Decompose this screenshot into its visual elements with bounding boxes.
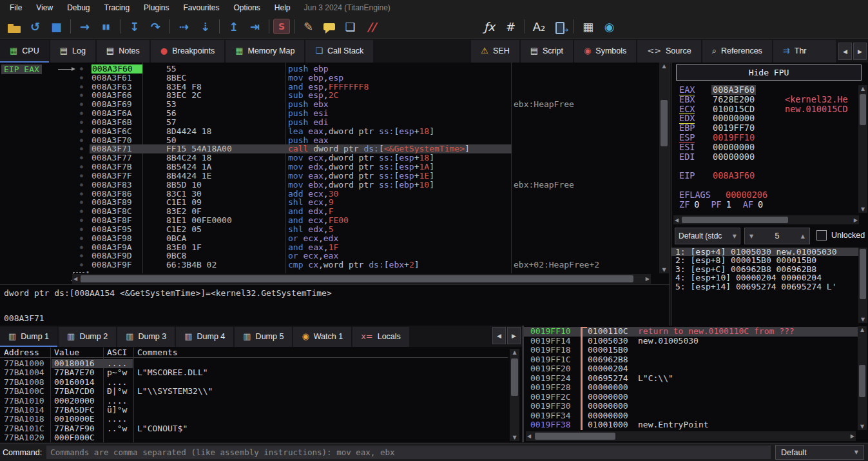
- disasm-row[interactable]: ●008A3F8683C1 30add ecx,30: [0, 190, 657, 199]
- argument-row[interactable]: 1: [esp+4] 01005030 new.01005030: [671, 248, 858, 256]
- disassembly-horizontal-scrollbar[interactable]: ◀ ▶: [72, 274, 651, 284]
- tab-dump-1[interactable]: ▥Dump 1: [0, 327, 57, 347]
- disasm-row[interactable]: ●008A3F9D0BC8or ecx,eax: [0, 251, 657, 260]
- dump-row[interactable]: 77BA100C77BA7CD0Ð|°wL"\\SYSTEM32\\": [0, 387, 508, 396]
- disasm-row[interactable]: ●008A3F8C83E2 0Fand edx,F: [0, 207, 657, 216]
- menu-plugins[interactable]: Plugins: [137, 3, 176, 12]
- stack-row[interactable]: 0019FF1401005030new.01005030: [524, 337, 865, 346]
- tab-scroll-right-button[interactable]: ▶: [507, 327, 521, 344]
- disasm-row[interactable]: ●008A3F6B57push edi: [0, 118, 657, 127]
- args-count-spinner[interactable]: ▼ 5 ▲: [744, 228, 810, 244]
- step-over-button[interactable]: ↷: [146, 18, 166, 35]
- scroll-up-icon[interactable]: ▲: [858, 327, 867, 333]
- stack-row[interactable]: 0019FF18000015B0: [524, 346, 865, 355]
- breakpoint-dot[interactable]: ●: [80, 153, 83, 162]
- tab-log[interactable]: ▤Log: [50, 40, 95, 63]
- run-button[interactable]: →: [75, 18, 95, 35]
- calling-convention-select[interactable]: Default (stdc ▼: [675, 228, 740, 244]
- trace-into-button[interactable]: ⇢: [174, 18, 194, 35]
- breakpoint-dot[interactable]: ●: [80, 109, 83, 118]
- tab-script[interactable]: ▤Script: [521, 40, 573, 63]
- open-file-button[interactable]: [5, 18, 24, 35]
- registers-vertical-scrollbar[interactable]: ▲ ▼: [858, 85, 867, 213]
- disasm-row[interactable]: ●008A3F6383E4 F8and esp,FFFFFFF8: [0, 83, 657, 92]
- execute-till-return-button[interactable]: ↥: [224, 18, 244, 35]
- hash-button[interactable]: #: [501, 18, 521, 35]
- scroll-up-icon[interactable]: ▲: [858, 86, 867, 92]
- tab-threads[interactable]: ⇉Thr: [773, 40, 836, 63]
- menu-debug[interactable]: Debug: [60, 3, 97, 12]
- disasm-row[interactable]: ●008A3F9F66:3B4B 02cmp cx,word ptr ds:[e…: [0, 260, 657, 270]
- calculator-button[interactable]: ▦: [578, 18, 598, 35]
- scroll-right-icon[interactable]: ▶: [851, 433, 854, 439]
- tab-memory-map[interactable]: ▦Memory Map: [226, 40, 304, 63]
- disasm-row[interactable]: ●008A3F6953push ebxebx:HeapFree: [0, 100, 657, 109]
- scroll-right-icon[interactable]: ▶: [646, 276, 650, 282]
- tab-source[interactable]: <>Source: [637, 40, 700, 63]
- dump-row[interactable]: 77BA10180010000E....: [0, 415, 508, 424]
- trace-over-button[interactable]: ⇣: [195, 18, 215, 35]
- tab-call-stack[interactable]: ❏Call Stack: [305, 40, 373, 63]
- scroll-down-icon[interactable]: ▼: [858, 317, 867, 322]
- arguments-vertical-scrollbar[interactable]: ▼: [858, 248, 867, 323]
- scrollbar-thumb[interactable]: [81, 275, 633, 282]
- breakpoint-dot[interactable]: ●: [80, 91, 83, 100]
- breakpoint-dot[interactable]: ●: [80, 234, 83, 243]
- disasm-row[interactable]: ●008A3F618BECmov ebp,esp: [0, 74, 657, 83]
- unlocked-checkbox[interactable]: [816, 230, 827, 240]
- dump-row[interactable]: 77BA101477BA5DFCü]°w: [0, 406, 508, 415]
- spinner-up-icon[interactable]: ▲: [801, 233, 805, 239]
- breakpoint-dot[interactable]: ●: [80, 225, 83, 234]
- pause-button[interactable]: ▮▮: [96, 18, 116, 35]
- spinner-down-icon[interactable]: ▼: [749, 233, 753, 239]
- scroll-left-icon[interactable]: ◀: [527, 433, 531, 439]
- dump-row[interactable]: 77BA1020000F000C: [0, 433, 508, 442]
- disasm-row[interactable]: ●008A3F7F8B4424 1Emov eax,dword ptr ss:[…: [0, 172, 657, 181]
- scroll-down-icon[interactable]: ▼: [659, 267, 669, 273]
- breakpoint-dot[interactable]: ●: [80, 216, 83, 225]
- globe-button[interactable]: ◉: [599, 18, 619, 35]
- stack-row[interactable]: 0019FF2800000000: [524, 383, 865, 393]
- tab-notes[interactable]: ▤Notes: [97, 40, 149, 63]
- register-row[interactable]: EIP008A3F60: [671, 171, 860, 181]
- breakpoint-dot[interactable]: ●: [80, 83, 83, 92]
- breakpoint-dot[interactable]: ●: [80, 64, 83, 74]
- dump-row[interactable]: 77BA100800160014....: [0, 378, 508, 387]
- breakpoint-dot[interactable]: ●: [80, 162, 83, 172]
- breakpoint-dot[interactable]: ●: [80, 100, 83, 109]
- breakpoint-dot[interactable]: ●: [80, 74, 83, 83]
- scroll-up-icon[interactable]: ▲: [659, 63, 669, 69]
- disasm-row[interactable]: ●008A3F838B5D 10mov ebx,dword ptr ss:[eb…: [0, 181, 657, 190]
- dump-column-header[interactable]: Comments: [137, 348, 178, 357]
- tab-dump-2[interactable]: ▥Dump 2: [59, 327, 116, 347]
- dump-row[interactable]: 77BA100000180016....: [0, 359, 508, 368]
- tab-watch-1[interactable]: ◉Watch 1: [293, 327, 351, 347]
- disasm-row[interactable]: ●008A3F89C1E1 09shl ecx,9: [0, 198, 657, 207]
- stack-row[interactable]: 0019FF1C006962B8: [524, 355, 865, 365]
- tab-scroll-left-button[interactable]: ◀: [838, 43, 852, 60]
- scroll-up-icon[interactable]: ▲: [510, 349, 519, 355]
- stack-row[interactable]: 0019FF3801001000new.EntryPoint: [524, 420, 865, 430]
- disasm-row[interactable]: ●008A3F95C1E2 05shl edx,5: [0, 225, 657, 234]
- argument-row[interactable]: 4: [esp+10] 00000204 00000204: [671, 273, 858, 282]
- dump-row[interactable]: 77BA100477BA7E70p~°wL"MSCOREE.DLL": [0, 368, 508, 377]
- tab-cpu[interactable]: ▦CPU: [0, 40, 49, 63]
- command-profile-select[interactable]: Default ▼: [775, 445, 864, 460]
- argument-row[interactable]: 2: [esp+8] 000015B0 000015B0: [671, 256, 858, 264]
- stack-row[interactable]: 0019FF2C00000000: [524, 393, 865, 402]
- step-into-button[interactable]: ↧: [124, 18, 144, 35]
- stack-row[interactable]: 0019FF3400000000: [524, 411, 865, 421]
- breakpoint-dot[interactable]: ●: [80, 243, 83, 252]
- attach-button[interactable]: [550, 18, 570, 35]
- menu-favourites[interactable]: Favourites: [176, 3, 226, 12]
- argument-row[interactable]: 5: [esp+14] 00695274 00695274 L': [671, 282, 858, 291]
- stack-row[interactable]: 0019FF100100110Creturn to new.0100110C f…: [524, 327, 865, 337]
- breakpoint-dot[interactable]: ●: [80, 172, 83, 181]
- menu-tracing[interactable]: Tracing: [97, 3, 137, 12]
- breakpoint-dot[interactable]: ●: [80, 198, 83, 207]
- tab-scroll-left-button[interactable]: ◀: [492, 327, 506, 344]
- scrollbar-thumb[interactable]: [682, 217, 788, 223]
- disasm-row[interactable]: ●008A3F71FF15 54A18A00call dword ptr ds:…: [0, 144, 657, 153]
- tab-seh[interactable]: ⚠SEH: [471, 40, 519, 63]
- dump-row[interactable]: 77BA101000020000....: [0, 397, 508, 406]
